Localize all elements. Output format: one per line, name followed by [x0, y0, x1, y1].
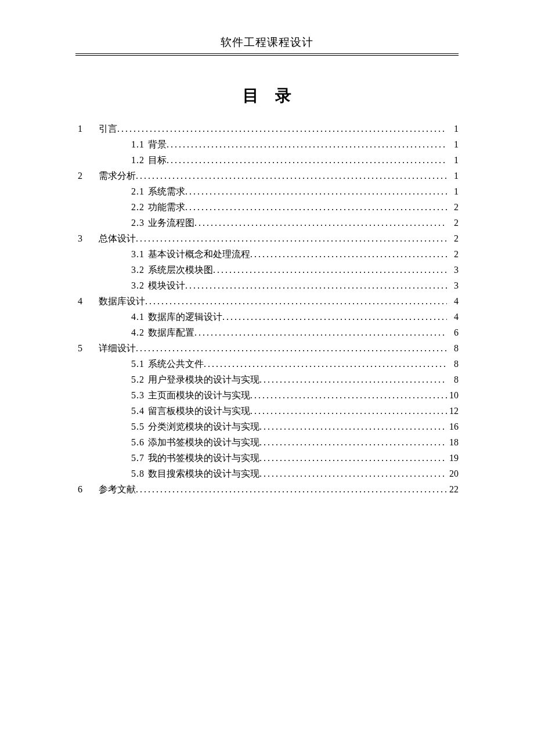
toc-subsection-label: 系统需求: [148, 185, 185, 199]
header-rule-bottom: [75, 55, 459, 56]
toc-entry: 2.2功能需求2: [75, 200, 459, 214]
toc-entry: 3.2系统层次模块图3: [75, 263, 459, 277]
toc-subsection-number: 4.2: [131, 326, 148, 340]
toc-page-number: 6: [447, 326, 459, 340]
toc-subsection-number: 2.1: [131, 185, 148, 199]
toc-leader-dots: [136, 483, 447, 496]
toc-entry: 5.5分类浏览模块的设计与实现16: [75, 420, 459, 434]
toc-subsection-label: 留言板模块的设计与实现: [148, 404, 250, 418]
toc-leader-dots: [167, 153, 447, 167]
toc-subsection-label: 基本设计概念和处理流程: [148, 247, 250, 261]
toc-subsection-number: 5.3: [131, 388, 148, 402]
toc-page-number: 2: [447, 200, 459, 214]
toc-section-label: 数据库设计: [99, 294, 145, 308]
toc-subsection-label: 数据库的逻辑设计: [148, 310, 222, 324]
toc-page-number: 4: [447, 294, 459, 308]
toc-page-number: 18: [447, 435, 459, 449]
toc-entry: 4.2数据库配置6: [75, 326, 459, 340]
toc-page-number: 1: [447, 138, 459, 152]
toc-leader-dots: [117, 122, 447, 136]
toc-section-number: 2: [75, 169, 99, 183]
toc-page-number: 2: [447, 232, 459, 246]
toc-section-number: 4: [75, 294, 99, 308]
toc-subsection-number: 5.7: [131, 451, 148, 465]
toc-page-number: 3: [447, 279, 459, 293]
toc-entry: 3.1基本设计概念和处理流程2: [75, 247, 459, 261]
toc-subsection-label: 模块设计: [148, 279, 185, 293]
toc-subsection-label: 数目搜索模块的设计与实现: [148, 467, 259, 481]
toc-leader-dots: [259, 435, 447, 449]
toc-entry: 2.3业务流程图2: [75, 216, 459, 230]
toc-entry: 3.2模块设计3: [75, 279, 459, 293]
toc-leader-dots: [259, 420, 447, 434]
toc-subsection-label: 我的书签模块的设计与实现: [148, 451, 259, 465]
toc-section-label: 详细设计: [99, 341, 136, 355]
toc-entry: 5.6添加书签模块的设计与实现18: [75, 435, 459, 449]
toc-entry: 5.3主页面模块的设计与实现10: [75, 388, 459, 402]
toc-entry: 5.2用户登录模块的设计与实现8: [75, 373, 459, 387]
toc-page-number: 16: [447, 420, 459, 434]
toc-page-number: 8: [447, 357, 459, 371]
toc-section-label: 总体设计: [99, 232, 136, 246]
toc-entry: 4数据库设计4: [75, 294, 459, 308]
toc-subsection-label: 背景: [148, 138, 167, 152]
toc-leader-dots: [185, 185, 447, 199]
toc-subsection-label: 功能需求: [148, 200, 185, 214]
toc-subsection-label: 分类浏览模块的设计与实现: [148, 420, 259, 434]
toc-entry: 2需求分析1: [75, 169, 459, 183]
toc-leader-dots: [204, 357, 447, 371]
toc-leader-dots: [222, 310, 447, 324]
toc-leader-dots: [194, 326, 447, 340]
toc-entry: 6参考文献22: [75, 483, 459, 496]
toc-subsection-number: 1.2: [131, 153, 148, 167]
toc-subsection-label: 添加书签模块的设计与实现: [148, 435, 259, 449]
toc-section-number: 5: [75, 341, 99, 355]
toc-page-number: 1: [447, 169, 459, 183]
toc-leader-dots: [145, 294, 447, 308]
toc-section-label: 引言: [99, 122, 117, 136]
toc-entry: 3总体设计2: [75, 232, 459, 246]
toc-section-number: 6: [75, 483, 99, 496]
toc-leader-dots: [185, 200, 447, 214]
toc-leader-dots: [136, 169, 447, 183]
toc-subsection-number: 1.1: [131, 138, 148, 152]
toc-leader-dots: [259, 467, 447, 481]
toc-entry: 4.1数据库的逻辑设计4: [75, 310, 459, 324]
toc-page-number: 4: [447, 310, 459, 324]
toc-entry: 1.2目标1: [75, 153, 459, 167]
table-of-contents: 1引言11.1背景11.2目标12需求分析12.1系统需求12.2功能需求22.…: [75, 122, 459, 496]
toc-title: 目录: [75, 85, 459, 107]
toc-subsection-number: 5.4: [131, 404, 148, 418]
toc-page-number: 2: [447, 247, 459, 261]
header-rule-top: [75, 53, 459, 54]
toc-subsection-number: 3.2: [131, 263, 148, 277]
toc-leader-dots: [259, 373, 447, 387]
toc-entry: 1.1背景1: [75, 138, 459, 152]
toc-page-number: 3: [447, 263, 459, 277]
toc-leader-dots: [250, 388, 447, 402]
toc-subsection-number: 5.8: [131, 467, 148, 481]
toc-page-number: 20: [447, 467, 459, 481]
toc-subsection-label: 主页面模块的设计与实现: [148, 388, 250, 402]
toc-page-number: 8: [447, 373, 459, 387]
toc-leader-dots: [185, 279, 447, 293]
toc-page-number: 8: [447, 341, 459, 355]
toc-page-number: 2: [447, 216, 459, 230]
toc-leader-dots: [136, 341, 447, 355]
toc-page-number: 1: [447, 153, 459, 167]
toc-page-number: 12: [447, 404, 459, 418]
toc-subsection-number: 5.5: [131, 420, 148, 434]
toc-leader-dots: [259, 451, 447, 465]
toc-leader-dots: [250, 404, 447, 418]
toc-subsection-number: 2.3: [131, 216, 148, 230]
toc-section-label: 参考文献: [99, 483, 136, 496]
toc-subsection-label: 数据库配置: [148, 326, 194, 340]
toc-subsection-label: 用户登录模块的设计与实现: [148, 373, 259, 387]
toc-subsection-number: 5.1: [131, 357, 148, 371]
toc-page-number: 22: [447, 483, 459, 496]
toc-subsection-number: 3.1: [131, 247, 148, 261]
document-page: 软件工程课程设计 目录 1引言11.1背景11.2目标12需求分析12.1系统需…: [0, 0, 534, 496]
toc-subsection-label: 业务流程图: [148, 216, 194, 230]
toc-leader-dots: [167, 138, 447, 152]
toc-leader-dots: [194, 216, 447, 230]
